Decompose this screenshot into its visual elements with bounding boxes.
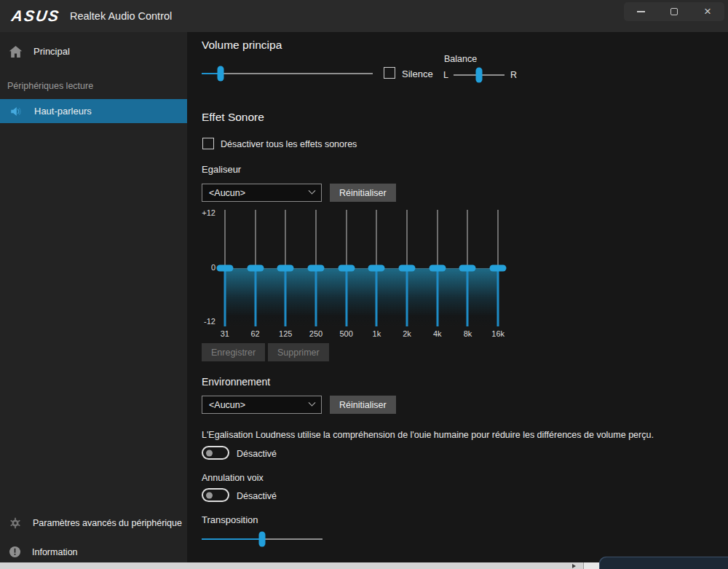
sidebar: Principal Périphériques lecture Haut-par… <box>0 32 187 562</box>
window-controls: × <box>624 2 724 21</box>
chevron-down-icon <box>309 187 316 195</box>
maximize-button[interactable] <box>657 2 691 21</box>
transposition-slider[interactable] <box>202 531 323 547</box>
balance-label: Balance <box>444 54 477 64</box>
volume-slider-thumb[interactable] <box>217 66 223 82</box>
asus-logo: ASUS <box>10 7 61 25</box>
volume-section-title: Volume principa <box>202 39 282 52</box>
titlebar: ASUS Realtek Audio Control × <box>0 0 728 32</box>
maximize-icon <box>670 8 678 15</box>
close-button[interactable]: × <box>691 2 724 21</box>
sidebar-item-advanced-settings[interactable]: Paramètres avancés du périphérique <box>0 511 187 535</box>
eq-band-8k[interactable] <box>453 210 483 326</box>
loudness-toggle[interactable] <box>202 446 229 460</box>
balance-slider[interactable] <box>454 67 505 83</box>
app-title: Realtek Audio Control <box>70 10 172 22</box>
environment-reset-button[interactable]: Réinitialiser <box>330 396 396 414</box>
sidebar-section-label: Périphériques lecture <box>7 81 93 91</box>
disable-all-effects-checkbox[interactable] <box>202 138 214 149</box>
eq-band-16k[interactable] <box>483 210 513 326</box>
loudness-state-label: Désactivé <box>237 449 277 459</box>
voice-cancellation-state-label: Désactivé <box>237 491 277 501</box>
sidebar-item-label: Information <box>32 547 78 557</box>
effects-section-title: Effet Sonore <box>202 111 264 124</box>
sidebar-item-label: Haut-parleurs <box>34 106 92 117</box>
eq-band-1k[interactable] <box>362 210 392 326</box>
eq-band-thumb[interactable] <box>399 265 416 272</box>
voice-cancellation-label: Annulation voix <box>202 473 264 483</box>
scroll-right-arrow-icon <box>572 564 576 568</box>
eq-band-2k[interactable] <box>392 210 422 326</box>
eq-band-thumb[interactable] <box>429 265 446 272</box>
eq-frequency-labels: 31 62 125 250 500 1k 2k 4k 8k 16k <box>210 329 513 338</box>
gear-icon <box>9 517 22 530</box>
eq-band-4k[interactable] <box>422 210 453 326</box>
equalizer-sliders <box>210 210 513 326</box>
silence-checkbox[interactable] <box>384 67 395 79</box>
silence-label: Silence <box>402 68 433 79</box>
disable-all-effects-label: Désactiver tous les effets sonores <box>221 139 357 149</box>
environment-preset-dropdown[interactable]: <Aucun> <box>202 396 322 414</box>
eq-band-31[interactable] <box>210 210 240 326</box>
main-content: Volume principa Silence Balance L R Effe… <box>187 32 728 562</box>
sidebar-item-label: Paramètres avancés du périphérique <box>33 518 182 528</box>
close-icon: × <box>704 8 711 15</box>
minimize-icon <box>637 11 645 12</box>
environment-preset-value: <Aucun> <box>209 400 245 410</box>
horizontal-scrollbar[interactable] <box>0 562 599 569</box>
balance-right-label: R <box>510 70 517 80</box>
eq-band-thumb[interactable] <box>307 265 324 272</box>
minimize-button[interactable] <box>624 2 657 21</box>
chevron-down-icon <box>309 399 316 407</box>
eq-band-62[interactable] <box>240 210 271 326</box>
eq-band-thumb[interactable] <box>490 265 507 272</box>
equalizer-preset-value: <Aucun> <box>209 188 245 198</box>
environment-label: Environnement <box>202 376 270 388</box>
equalizer-reset-button[interactable]: Réinitialiser <box>330 184 396 202</box>
eq-band-125[interactable] <box>270 210 301 326</box>
sidebar-item-haut-parleurs[interactable]: Haut-parleurs <box>0 99 187 123</box>
background-window-corner <box>599 557 728 569</box>
home-icon <box>9 45 23 58</box>
eq-band-thumb[interactable] <box>216 265 233 272</box>
equalizer-label: Egaliseur <box>202 164 241 175</box>
eq-band-500[interactable] <box>331 210 362 326</box>
eq-delete-button[interactable]: Supprimer <box>268 343 329 361</box>
sidebar-item-information[interactable]: Information <box>0 540 187 564</box>
speaker-icon <box>9 105 23 118</box>
voice-cancellation-toggle[interactable] <box>202 488 229 502</box>
eq-band-thumb[interactable] <box>247 265 264 272</box>
loudness-description: L'Egalisation Loudness utilise la compré… <box>202 430 654 440</box>
volume-slider[interactable] <box>202 66 373 82</box>
equalizer-preset-dropdown[interactable]: <Aucun> <box>202 184 322 202</box>
eq-save-button[interactable]: Enregistrer <box>202 343 265 361</box>
eq-band-thumb[interactable] <box>368 265 385 272</box>
eq-band-thumb[interactable] <box>459 265 476 272</box>
eq-band-thumb[interactable] <box>338 265 355 272</box>
transposition-label: Transposition <box>202 514 258 525</box>
sidebar-item-principal[interactable]: Principal <box>0 39 187 63</box>
sidebar-item-label: Principal <box>33 46 70 57</box>
eq-band-250[interactable] <box>301 210 331 326</box>
balance-left-label: L <box>443 70 448 80</box>
transposition-slider-thumb[interactable] <box>259 532 266 547</box>
info-icon <box>9 546 21 558</box>
eq-band-thumb[interactable] <box>277 265 294 272</box>
scrollbar-right-button[interactable] <box>584 562 599 569</box>
app-window: ASUS Realtek Audio Control × Principal P… <box>0 0 728 569</box>
balance-slider-thumb[interactable] <box>476 68 483 83</box>
